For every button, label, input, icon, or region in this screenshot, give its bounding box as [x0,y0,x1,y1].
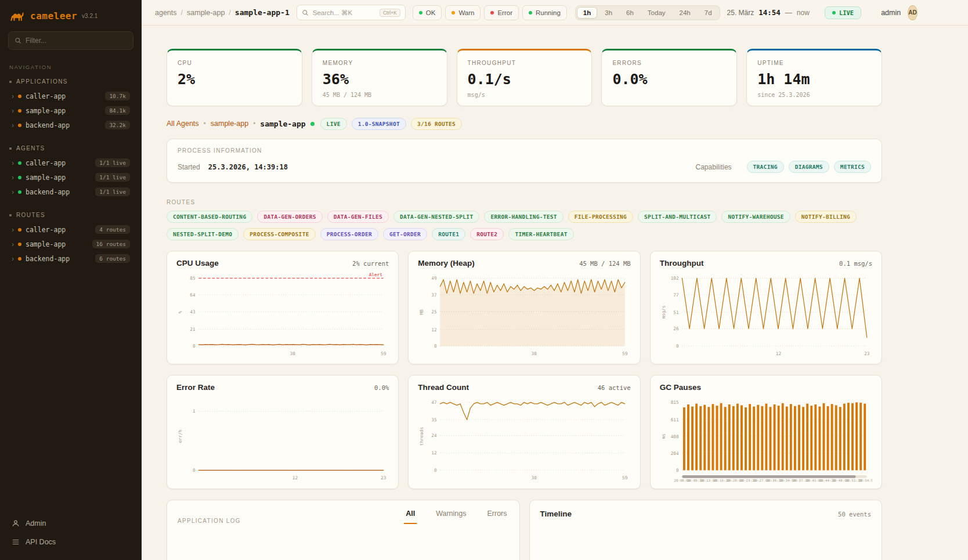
chart-current-value: 0.1 msg/s [839,260,872,267]
agent-badge-1-0-snapshot: 1.0-SNAPSHOT [352,118,406,130]
sidebar-footer-api-docs[interactable]: API Docs [8,533,133,551]
route-tag-file-processing[interactable]: FILE-PROCESSING [568,211,633,223]
sidebar-item-caller-app[interactable]: ›caller-app10.7k [8,89,133,103]
search-input[interactable] [313,9,375,16]
time-range-7d[interactable]: 7d [698,7,718,19]
breadcrumb-item-sample-app-1[interactable]: sample-app-1 [235,8,290,17]
sidebar-item-caller-app[interactable]: ›caller-app4 routes [8,222,133,237]
stat-label: THROUGHPUT [468,60,581,66]
user-name: admin [881,9,901,17]
search-icon [15,37,21,44]
stat-label: MEMORY [323,60,436,66]
time-range-3h[interactable]: 3h [598,7,619,19]
route-tag-get-order[interactable]: GET-ORDER [383,228,427,240]
avatar[interactable]: AD [908,5,917,20]
status-dot [490,11,494,15]
chevron-right-icon: › [12,160,14,167]
capability-badge-tracing: TRACING [747,161,784,173]
svg-text:0: 0 [434,344,437,349]
route-tag-data-gen-orders[interactable]: DATA-GEN-ORDERS [257,211,322,223]
status-filter-running[interactable]: Running [522,5,567,20]
route-tag-notify-billing[interactable]: NOTIFY-BILLING [795,211,857,223]
agent-breadcrumb-link-sample-app[interactable]: sample-app [211,120,248,128]
chart-bar [781,403,783,471]
sidebar-item-badge: 1/1 live [95,187,130,196]
route-tag-split-and-multicast[interactable]: SPLIT-AND-MULTICAST [638,211,717,223]
agent-breadcrumb-link-all-agents[interactable]: All Agents [167,120,199,128]
sidebar-item-sample-app[interactable]: ›sample-app1/1 live [8,170,133,185]
sidebar-group-label: APPLICATIONS [16,78,68,85]
svg-text:21: 21 [190,327,196,332]
sidebar-group-header[interactable]: ROUTES [8,211,133,219]
chart-header: Memory (Heap)45 MB / 124 MB [418,259,630,268]
route-tag-data-gen-nested-split[interactable]: DATA-GEN-NESTED-SPLIT [393,211,479,223]
global-search[interactable]: Ctrl+K [297,5,406,20]
log-tab-all[interactable]: All [404,510,417,524]
route-tag-process-composite[interactable]: PROCESS-COMPOSITE [243,228,315,240]
sidebar-item-backend-app[interactable]: ›backend-app6 routes [8,251,133,266]
breadcrumb-item-agents[interactable]: agents [155,9,177,17]
status-dot [18,176,21,179]
time-range-today[interactable]: Today [641,7,672,19]
sidebar-filter-input[interactable] [26,37,127,45]
chart-bar [716,406,718,470]
route-tag-data-gen-files[interactable]: DATA-GEN-FILES [327,211,389,223]
time-range-1h[interactable]: 1h [577,7,597,19]
sidebar-item-badge: 1/1 live [95,173,130,182]
timeline-events-count: 50 events [838,511,871,518]
now-label[interactable]: now [797,9,810,17]
route-tag-nested-split-demo[interactable]: NESTED-SPLIT-DEMO [167,228,239,240]
sidebar-item-backend-app[interactable]: ›backend-app1/1 live [8,185,133,199]
chart-bar [814,404,817,470]
chart-bar [835,406,837,471]
sidebar-filter[interactable] [8,31,133,50]
route-tag-error-handling-test[interactable]: ERROR-HANDLING-TEST [484,211,563,223]
stat-label: UPTIME [757,60,871,66]
started-label: Started [178,163,200,171]
breadcrumb-item-sample-app[interactable]: sample-app [187,9,225,17]
date-label: 25. März [727,9,754,17]
sidebar-item-caller-app[interactable]: ›caller-app1/1 live [8,156,133,170]
route-tag-content-based-routing[interactable]: CONTENT-BASED-ROUTING [167,211,252,223]
chart-header: Thread Count46 active [418,383,630,392]
sidebar-group-header[interactable]: APPLICATIONS [8,77,133,86]
navigation-label: NAVIGATION [9,64,132,70]
log-tab-warnings[interactable]: Warnings [434,510,468,524]
route-tag-route2[interactable]: ROUTE2 [470,228,504,240]
status-filter-error[interactable]: Error [484,5,519,20]
log-tab-errors[interactable]: Errors [485,510,508,524]
status-filter-ok[interactable]: OK [413,5,442,20]
sidebar-item-badge: 84.1k [105,106,130,115]
time-range-6h[interactable]: 6h [620,7,640,19]
route-tag-process-order[interactable]: PROCESS-ORDER [320,228,378,240]
sidebar-footer-admin[interactable]: Admin [8,515,133,532]
route-tag-notify-warehouse[interactable]: NOTIFY-WAREHOUSE [721,211,790,223]
status-dot [18,243,21,246]
breadcrumb-separator: / [181,9,183,17]
scrollbar-thumb [682,475,855,478]
time-range-24h[interactable]: 24h [673,7,697,19]
process-info-panel: PROCESS INFORMATION Started 25.3.2026, 1… [167,139,882,183]
chart-bar [757,405,759,471]
agent-badge-3-16-routes: 3/16 ROUTES [411,118,462,130]
status-filter-warn[interactable]: Warn [445,5,481,20]
chart-bar [802,407,804,471]
route-tag-route1[interactable]: ROUTE1 [432,228,465,240]
sidebar-group-header[interactable]: AGENTS [8,144,133,153]
sidebar-item-backend-app[interactable]: ›backend-app32.2k [8,118,133,132]
status-dot [18,161,21,165]
chart-bar [839,407,841,471]
svg-text:35: 35 [432,417,437,422]
application-log-panel: APPLICATION LOG AllWarningsErrors [167,500,520,560]
sidebar-item-sample-app[interactable]: ›sample-app16 routes [8,237,133,251]
live-indicator[interactable]: LIVE [825,6,861,19]
chart-bar [798,405,800,471]
stat-card-uptime: UPTIME1h 14msince 25.3.2026 [746,49,882,106]
status-filter-label: Warn [458,9,474,16]
started-value: 25.3.2026, 14:39:18 [208,163,288,171]
svg-text:815: 815 [670,400,678,406]
route-tag-timer-heartbeat[interactable]: TIMER-HEARTBEAT [508,228,573,240]
sidebar-item-sample-app[interactable]: ›sample-app84.1k [8,103,133,118]
svg-text:err/h: err/h [178,430,183,443]
status-filter-label: OK [426,9,436,16]
